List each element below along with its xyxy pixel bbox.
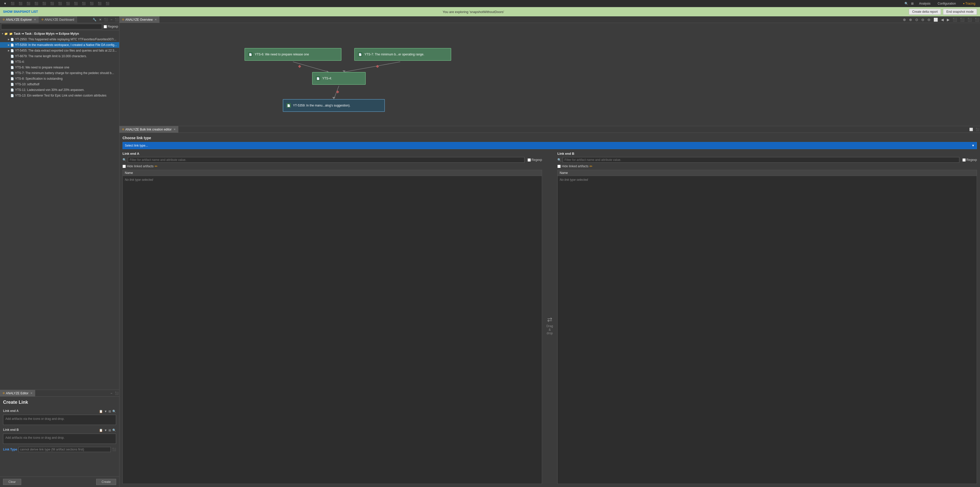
zoom-min-icon[interactable]: ⊖ bbox=[927, 18, 931, 22]
toolbar-icon-6[interactable]: ⬛ bbox=[49, 1, 56, 6]
toolbar-icon-12[interactable]: ⬛ bbox=[96, 1, 103, 6]
zoom-fit-icon[interactable]: ⊕ bbox=[902, 18, 907, 22]
editor-maximize-icon[interactable]: ⬛ bbox=[115, 391, 119, 396]
tree-item-yt6679[interactable]: ▶ 📄 YT-6679: The name length limit is 10… bbox=[0, 53, 119, 59]
tree-item-yts6[interactable]: ▶ 📄 YTS-6: We need to prepare release on… bbox=[0, 65, 119, 70]
node-yt5359[interactable]: 📄 YT-5359: In the manu...alog's suggesti… bbox=[283, 99, 385, 112]
tree-expand-root[interactable]: ▼ bbox=[1, 32, 4, 35]
link-end-a-copy-icon[interactable]: 📋 bbox=[99, 410, 103, 413]
zoom-100-icon[interactable]: ⊙ bbox=[915, 18, 919, 22]
link-end-b-dropdown-icon[interactable]: ▼ bbox=[104, 428, 107, 432]
toolbar-icon-13[interactable]: ⬛ bbox=[104, 1, 111, 6]
tab-analyze-overview[interactable]: ⚙ ANALYZE Overview ✕ bbox=[119, 16, 159, 23]
toolbar-maximize-icon[interactable]: ⬛ bbox=[115, 18, 119, 22]
link-type-select-dropdown[interactable]: Select link type... ▼ bbox=[123, 142, 977, 149]
end-snapshot-mode-button[interactable]: End snapshot mode bbox=[943, 9, 977, 15]
tree-item-yt5455[interactable]: ▶ 📄 YT-5455: The data extract exported c… bbox=[0, 48, 119, 53]
toolbar-grid-icon[interactable]: ⬛ bbox=[103, 18, 108, 22]
tree-item-yts10[interactable]: ▶ 📄 YTS-10: sdfsdfsdf bbox=[0, 81, 119, 87]
link-end-a-grid-icon[interactable]: ⊞ bbox=[108, 410, 111, 413]
toolbar-icon-3[interactable]: ⬛ bbox=[25, 1, 32, 6]
bulk-link-end-b-hide-checkbox[interactable] bbox=[557, 165, 561, 168]
toolbar-icon-10[interactable]: ⬛ bbox=[80, 1, 87, 6]
bulk-tab-close[interactable]: ✕ bbox=[173, 128, 176, 131]
explorer-tab-close[interactable]: ✕ bbox=[34, 18, 36, 21]
toolbar-minimize-icon[interactable]: − bbox=[110, 18, 113, 22]
bulk-link-end-a-filter-icon[interactable]: ✏ bbox=[155, 164, 158, 168]
tree-item-yts4[interactable]: ▶ 📄 YTS-4: bbox=[0, 59, 119, 65]
link-end-b-copy-icon[interactable]: 📋 bbox=[99, 428, 103, 432]
toolbar-icon-7[interactable]: ⬛ bbox=[57, 1, 64, 6]
nav-back-icon[interactable]: ◀ bbox=[940, 18, 945, 22]
overview-tab-close[interactable]: ✕ bbox=[155, 18, 157, 21]
bulk-link-end-a-filter-input[interactable] bbox=[128, 157, 525, 163]
tab-configuration[interactable]: Configuration bbox=[935, 1, 958, 6]
overview-icon-4[interactable]: ⬛ bbox=[974, 18, 980, 22]
tab-tracing[interactable]: ● Tracing bbox=[960, 1, 978, 6]
create-delta-report-button[interactable]: Create delta report bbox=[909, 9, 941, 15]
overview-icon-1[interactable]: ⬛ bbox=[952, 18, 958, 22]
link-end-a-dropdown-icon[interactable]: ▼ bbox=[104, 410, 107, 413]
create-button[interactable]: Create bbox=[96, 479, 116, 485]
regexp-checkbox-label[interactable]: Regexp bbox=[103, 25, 118, 28]
toolbar-x-icon[interactable]: ✕ bbox=[99, 18, 102, 22]
expand-yt5359[interactable]: ▶ bbox=[7, 44, 10, 46]
grid-icon[interactable]: ⊞ bbox=[910, 2, 915, 6]
tab-analyze-editor[interactable]: ⚙ ANALYZE Editor ✕ bbox=[0, 390, 35, 397]
link-end-a-search-icon[interactable]: 🔍 bbox=[112, 410, 116, 413]
bulk-link-end-b-regexp-label[interactable]: Regexp bbox=[963, 158, 977, 162]
toolbar-icon-8[interactable]: ⬛ bbox=[65, 1, 72, 6]
toolbar-wrench-icon[interactable]: 🔧 bbox=[92, 18, 97, 22]
zoom-box-icon[interactable]: ⬜ bbox=[933, 18, 939, 22]
bulk-link-end-b-regexp-checkbox[interactable] bbox=[963, 158, 966, 162]
regexp-checkbox[interactable] bbox=[103, 25, 107, 28]
link-type-input[interactable] bbox=[19, 447, 111, 452]
tab-analyze-explorer[interactable]: ⚙ ANALYZE Explorer ✕ bbox=[0, 16, 39, 23]
expand-yt2950[interactable]: ▶ bbox=[7, 38, 10, 41]
toolbar-icon-9[interactable]: ⬛ bbox=[73, 1, 80, 6]
zoom-out-icon[interactable]: ⊖ bbox=[921, 18, 925, 22]
tree-item-yts11[interactable]: ▶ 📄 YTS-11: Ladezustand von 30% auf 20% … bbox=[0, 87, 119, 93]
toolbar-icon-2[interactable]: ⬛ bbox=[17, 1, 24, 6]
expand-yt5455[interactable]: ▶ bbox=[7, 49, 10, 52]
bulk-link-end-b-filter-input[interactable] bbox=[563, 157, 959, 163]
editor-minimize-icon[interactable]: − bbox=[110, 391, 113, 396]
zoom-in-icon[interactable]: ⊕ bbox=[908, 18, 913, 22]
tree-item-yts8[interactable]: ▶ 📄 YTS-8: Specification is outstanding bbox=[0, 76, 119, 81]
tree-item-yt2950[interactable]: ▶ 📄 YT-2950: This happened while replayi… bbox=[0, 37, 119, 42]
tree-item-yt5359[interactable]: ▶ 📄 YT-5359: In the manualtests workspac… bbox=[0, 42, 119, 48]
tree-item-yts13[interactable]: ▶ 📄 YTS-13: Ein weiterer Test für Epic L… bbox=[0, 93, 119, 98]
node-yts6[interactable]: 📄 YTS-6: We need to prepare release one bbox=[245, 48, 342, 61]
bulk-link-end-b-search-icon: 🔍 bbox=[557, 158, 561, 162]
toolbar-icon-5[interactable]: ⬛ bbox=[41, 1, 48, 6]
toolbar-icon-4[interactable]: ⬛ bbox=[33, 1, 40, 6]
tab-bulk-editor[interactable]: ⚙ ANALYZE Bulk link creation editor ✕ bbox=[119, 126, 178, 133]
tab-analysis[interactable]: Analysis bbox=[916, 1, 933, 6]
tree-root-item[interactable]: ▼ 📁 📁 Task ⇒ Task : Eclipse Mylyn ⇒ Ecli… bbox=[0, 31, 119, 37]
overview-canvas[interactable]: 📄 YTS-6: We need to prepare release one … bbox=[119, 23, 980, 126]
link-end-b-search-icon[interactable]: 🔍 bbox=[112, 428, 116, 432]
tree-item-yts7[interactable]: ▶ 📄 YTS-7: The minimum battery charge fo… bbox=[0, 70, 119, 76]
menu-dropdown[interactable]: ▼ bbox=[2, 1, 8, 6]
bulk-minimize-icon[interactable]: ⬛ bbox=[975, 127, 980, 132]
link-end-b-grid-icon[interactable]: ⊞ bbox=[108, 428, 111, 432]
node-yts7[interactable]: 📄 YTS-7: The minimum b...er operating ra… bbox=[354, 48, 451, 61]
toolbar-icon-11[interactable]: ⬛ bbox=[88, 1, 95, 6]
link-type-btn[interactable]: ⬛ bbox=[112, 448, 116, 451]
bulk-link-end-b-filter-icon[interactable]: ✏ bbox=[590, 164, 593, 168]
node-yts4[interactable]: 📄 YTS-4: bbox=[312, 72, 366, 85]
overview-icon-3[interactable]: ⬛ bbox=[967, 18, 973, 22]
clear-button[interactable]: Clear bbox=[3, 479, 21, 485]
bulk-link-end-a-regexp-label[interactable]: Regexp bbox=[528, 158, 542, 162]
search-icon[interactable]: 🔍 bbox=[904, 2, 908, 6]
editor-tab-close[interactable]: ✕ bbox=[30, 392, 32, 394]
overview-icon-2[interactable]: ⬛ bbox=[959, 18, 965, 22]
search-input[interactable] bbox=[1, 24, 102, 29]
toolbar-icon-1[interactable]: ⬛ bbox=[9, 1, 16, 6]
bulk-link-end-a-regexp-checkbox[interactable] bbox=[528, 158, 531, 162]
nav-forward-icon[interactable]: ▶ bbox=[946, 18, 950, 22]
bulk-restore-icon[interactable]: ⬜ bbox=[969, 127, 974, 132]
show-snapshot-list-link[interactable]: SHOW SNAPSHOT LIST bbox=[3, 10, 38, 14]
bulk-link-end-a-hide-checkbox[interactable] bbox=[123, 165, 126, 168]
tab-analyze-dashboard[interactable]: ⚙ ANALYZE Dashboard bbox=[39, 16, 77, 23]
